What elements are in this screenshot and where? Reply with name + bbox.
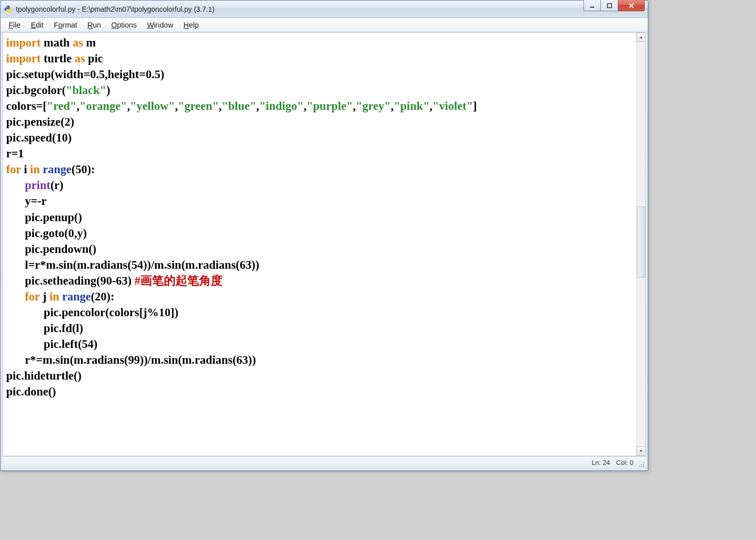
line-lcalc: l=r*m.sin(m.radians(54))/m.sin(m.radians… (25, 259, 259, 271)
line-setheading: pic.setheading(90-63) (25, 274, 135, 287)
for-j-tail: (20): (91, 290, 114, 303)
str-black: "black" (66, 84, 106, 97)
kw-for: for (6, 163, 21, 176)
menubar: File Edit Format Run Options Window Help (1, 18, 648, 32)
str-yellow: "yellow" (130, 100, 175, 112)
svg-rect-1 (607, 4, 612, 8)
id-turtle: turtle (43, 52, 71, 65)
window-title: tpolygoncolorful.py - E:\pmath2\m07\tpol… (16, 5, 583, 13)
titlebar[interactable]: tpolygoncolorful.py - E:\pmath2\m07\tpol… (1, 1, 648, 18)
svg-point-4 (643, 464, 644, 465)
maximize-button[interactable] (601, 0, 618, 11)
status-line: Ln: 24 (592, 459, 610, 466)
svg-point-3 (641, 464, 642, 465)
str-orange: "orange" (80, 100, 127, 112)
line-penup: pic.penup() (25, 211, 82, 224)
line-rmul: r*=m.sin(m.radians(99))/m.sin(m.radians(… (25, 354, 256, 366)
editor-area: import math as m import turtle as pic pi… (3, 32, 646, 456)
statusbar: Ln: 24 Col: 0 (3, 456, 646, 468)
line-fd: pic.fd(l) (44, 322, 83, 335)
line-hide: pic.hideturtle() (6, 369, 82, 382)
idle-window: tpolygoncolorful.py - E:\pmath2\m07\tpol… (0, 0, 648, 471)
str-green: "green" (178, 100, 219, 112)
line-pencolor: pic.pencolor(colors[j%10]) (44, 306, 179, 319)
kw-as: as (75, 52, 85, 65)
line-colors-pre: colors=[ (6, 100, 47, 112)
kw-import: import (6, 52, 41, 65)
fn-print: print (25, 179, 51, 192)
id-math: math (43, 36, 69, 49)
kw-in: in (50, 290, 59, 303)
str-indigo: "indigo" (259, 100, 304, 112)
window-controls (583, 0, 645, 11)
line-pendown: pic.pendown() (25, 243, 96, 255)
kw-as: as (72, 36, 83, 49)
line-speed: pic.speed(10) (6, 131, 71, 144)
line-left: pic.left(54) (44, 338, 97, 350)
line-pensize: pic.pensize(2) (6, 115, 75, 128)
status-col: Col: 0 (616, 459, 633, 466)
chevron-down-icon (639, 449, 643, 453)
vertical-scrollbar[interactable] (636, 33, 645, 456)
menu-file[interactable]: File (4, 20, 26, 30)
comment: #画笔的起笔角度 (134, 274, 223, 287)
svg-rect-0 (590, 7, 594, 8)
svg-point-6 (641, 466, 642, 467)
str-pink: "pink" (394, 100, 429, 112)
menu-edit[interactable]: Edit (26, 20, 48, 30)
code-editor[interactable]: import math as m import turtle as pic pi… (3, 33, 636, 456)
svg-point-2 (643, 462, 644, 463)
str-blue: "blue" (222, 100, 256, 112)
str-red: "red" (47, 100, 77, 112)
scroll-down-button[interactable] (637, 447, 646, 456)
python-icon (4, 5, 13, 14)
close-button[interactable] (618, 0, 645, 11)
str-grey: "grey" (356, 100, 391, 112)
kw-in: in (30, 163, 40, 176)
scroll-up-button[interactable] (637, 33, 646, 42)
maximize-icon (607, 3, 612, 8)
close-icon (628, 3, 635, 9)
kw-for: for (25, 290, 40, 303)
str-violet: "violet" (432, 100, 473, 112)
menu-run[interactable]: Run (82, 20, 106, 30)
kw-import: import (6, 36, 41, 49)
scroll-thumb[interactable] (637, 206, 645, 278)
line-bgcolor-pre: pic.bgcolor( (6, 84, 66, 97)
fn-range: range (43, 163, 71, 176)
menu-window[interactable]: Window (142, 20, 179, 30)
line-done: pic.done() (6, 385, 56, 398)
svg-point-7 (643, 466, 644, 467)
menu-help[interactable]: Help (179, 20, 204, 30)
minimize-icon (590, 3, 595, 8)
str-purple: "purple" (306, 100, 353, 112)
svg-point-5 (639, 466, 640, 467)
line-goto: pic.goto(0,y) (25, 227, 87, 240)
line-r1: r=1 (6, 147, 24, 160)
minimize-button[interactable] (583, 0, 601, 11)
line-yeq: y=-r (25, 195, 46, 207)
id-m: m (86, 36, 96, 49)
menu-format[interactable]: Format (48, 20, 82, 30)
id-pic: pic (88, 52, 103, 65)
for-i-tail: (50): (71, 163, 95, 176)
line-setup: pic.setup(width=0.5,height=0.5) (6, 68, 164, 81)
chevron-up-icon (639, 35, 643, 39)
menu-options[interactable]: Options (106, 20, 142, 30)
fn-range: range (62, 290, 91, 303)
resize-grip-icon[interactable] (638, 460, 645, 467)
